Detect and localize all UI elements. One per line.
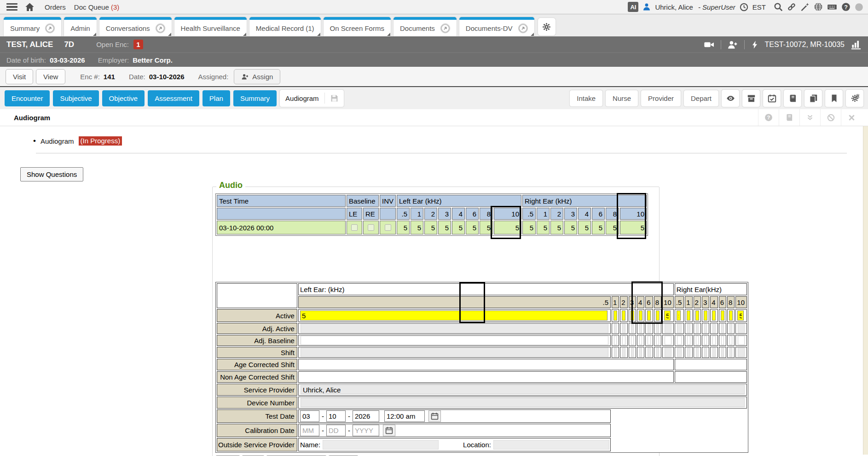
nav-orders[interactable]: Orders (45, 3, 66, 11)
save-icon[interactable] (330, 94, 338, 102)
test-date-day-input[interactable] (326, 410, 346, 422)
adj-active-cell-field[interactable] (631, 324, 634, 333)
open-enc-badge[interactable]: 1 (133, 40, 143, 49)
tab-documents-dv[interactable]: Documents-DV (459, 17, 534, 36)
stage-button-provider[interactable]: Provider (641, 90, 681, 106)
tab-conversations[interactable]: Conversations (99, 17, 172, 36)
person-add-icon[interactable] (727, 40, 738, 50)
active-input[interactable] (647, 310, 651, 321)
adj-active-cell-field[interactable] (677, 324, 682, 333)
adj-active-cell-field[interactable] (721, 324, 724, 333)
tab-audiogram[interactable]: Audiogram (280, 90, 344, 107)
active-input[interactable] (677, 310, 681, 321)
visit-button[interactable]: Visit (6, 69, 33, 84)
adj-baseline-cell-field[interactable] (721, 336, 724, 345)
shift-cell-field[interactable] (665, 348, 671, 357)
active-input[interactable] (712, 310, 716, 321)
active-input[interactable] (639, 310, 642, 321)
test-time-input[interactable] (384, 410, 425, 422)
book-button[interactable] (784, 90, 801, 107)
shift-cell-field[interactable] (721, 348, 724, 357)
service-provider-field[interactable]: Uhrick, Alice (301, 385, 745, 394)
adj-baseline-cell-field[interactable] (704, 336, 707, 345)
adj-baseline-cell-field[interactable] (301, 336, 608, 345)
book-icon[interactable] (779, 109, 799, 126)
hamburger-icon[interactable] (6, 2, 17, 12)
tab-documents[interactable]: Documents (393, 17, 457, 36)
shift-cell-field[interactable] (738, 348, 745, 357)
popout-icon[interactable] (518, 23, 528, 33)
adj-baseline-cell-field[interactable] (677, 336, 682, 345)
scrollbar-track[interactable] (863, 126, 868, 455)
adj-active-cell-field[interactable] (665, 324, 671, 333)
popout-icon[interactable] (440, 23, 450, 33)
active-input[interactable] (695, 310, 699, 321)
tab-on-screen-forms[interactable]: On Screen Forms (324, 17, 391, 36)
settings-gears-button[interactable] (846, 90, 863, 107)
wand-icon[interactable] (800, 2, 810, 12)
show-questions-button[interactable]: Show Questions (20, 167, 83, 181)
help-icon[interactable]: ? (758, 109, 779, 126)
adj-active-cell-field[interactable] (738, 324, 745, 333)
adj-baseline-cell-field[interactable] (738, 336, 745, 345)
shift-cell-field[interactable] (648, 348, 650, 357)
user-name[interactable]: Uhrick, Alice (655, 3, 693, 11)
adj-active-cell-field[interactable] (704, 324, 707, 333)
close-icon[interactable] (841, 109, 862, 126)
active-input[interactable] (704, 310, 707, 321)
active-input[interactable] (631, 310, 634, 321)
soap-button-subjective[interactable]: Subjective (53, 90, 98, 106)
adj-baseline-cell-field[interactable] (648, 336, 650, 345)
eye-button[interactable] (722, 90, 739, 107)
shift-cell-field[interactable] (622, 348, 625, 357)
nav-doc-queue[interactable]: Doc Queue (3) (74, 3, 119, 11)
test-date-year-input[interactable] (353, 410, 379, 422)
adj-active-cell-field[interactable] (301, 324, 608, 333)
tab-admin[interactable]: Admin (64, 17, 97, 36)
stage-button-intake[interactable]: Intake (570, 90, 602, 106)
active-input[interactable] (656, 310, 660, 321)
calibration-day-input[interactable] (326, 425, 346, 436)
calibration-year-input[interactable] (353, 425, 379, 436)
shift-cell-field[interactable] (704, 348, 707, 357)
soap-button-objective[interactable]: Objective (102, 90, 145, 106)
keyboard-icon[interactable] (827, 2, 837, 12)
adj-active-cell-field[interactable] (712, 324, 715, 333)
inv-checkbox[interactable] (385, 224, 391, 231)
tab-summary[interactable]: Summary (4, 17, 61, 36)
bookmark-button[interactable] (825, 90, 843, 107)
adj-active-cell-field[interactable] (639, 324, 642, 333)
archive-button[interactable] (742, 90, 760, 107)
bar-chart-icon[interactable] (851, 39, 862, 50)
globe-icon[interactable] (814, 2, 823, 12)
popout-icon[interactable] (156, 23, 165, 33)
shift-cell-field[interactable] (677, 348, 682, 357)
active-input[interactable] (721, 310, 724, 321)
no-entry-icon[interactable] (820, 109, 841, 126)
tab-settings-gears-button[interactable] (538, 18, 556, 35)
home-icon[interactable] (25, 2, 35, 12)
video-camera-icon[interactable] (704, 40, 715, 50)
popout-icon[interactable] (45, 23, 55, 33)
adj-active-cell-field[interactable] (614, 324, 617, 333)
help-icon[interactable]: ? (841, 2, 851, 12)
active-input[interactable] (613, 310, 617, 321)
adj-baseline-cell-field[interactable] (622, 336, 625, 345)
soap-button-plan[interactable]: Plan (203, 90, 230, 106)
lightning-icon[interactable] (751, 40, 759, 50)
baseline-le-checkbox[interactable] (351, 224, 358, 231)
soap-button-summary[interactable]: Summary (233, 90, 277, 106)
ai-badge[interactable]: AI (628, 2, 638, 12)
double-chevron-down-icon[interactable] (799, 109, 820, 126)
active-input[interactable] (737, 310, 744, 321)
test-date-month-input[interactable] (300, 410, 319, 422)
adj-baseline-cell-field[interactable] (696, 336, 699, 345)
adj-baseline-cell-field[interactable] (614, 336, 617, 345)
copy-button[interactable] (804, 90, 822, 107)
shift-cell-field[interactable] (687, 348, 690, 357)
shift-cell-field[interactable] (712, 348, 715, 357)
stage-button-nurse[interactable]: Nurse (606, 90, 638, 106)
search-icon[interactable] (774, 2, 783, 12)
adj-baseline-cell-field[interactable] (631, 336, 634, 345)
soap-button-encounter[interactable]: Encounter (5, 90, 50, 106)
